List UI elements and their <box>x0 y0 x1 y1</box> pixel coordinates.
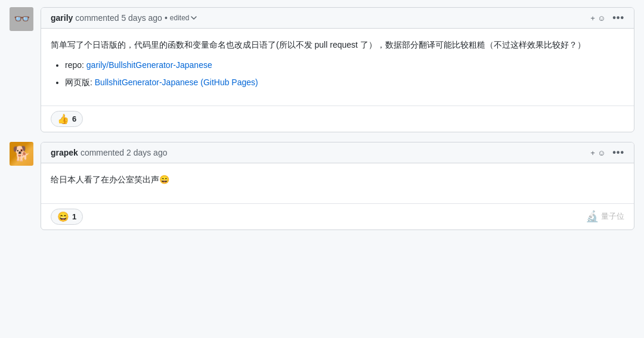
comment-header-left-1: garily commented 5 days ago • edited <box>51 13 197 23</box>
plus-label-2: + <box>590 148 595 157</box>
list-item-1-1: 网页版: BullshitGenerator-Japanese (GitHub … <box>65 76 624 89</box>
plus-label-1: + <box>590 14 595 23</box>
comment-box-2: grapek commented 2 days ago + ☺ ••• 给日本人… <box>41 142 634 230</box>
list-link-1-1[interactable]: BullshitGenerator-Japanese (GitHub Pages… <box>95 77 258 87</box>
more-options-button-2[interactable]: ••• <box>612 147 624 158</box>
chevron-down-icon-1 <box>191 15 197 21</box>
comment-header-1: garily commented 5 days ago • edited + ☺ <box>41 8 634 29</box>
add-reaction-button-2[interactable]: + ☺ <box>590 148 605 157</box>
commented-meta-2: commented 2 days ago <box>80 148 168 157</box>
comment-wrapper-1: 👓 garily commented 5 days ago • edited <box>10 7 634 132</box>
username-2: grapek <box>51 148 78 157</box>
comment-body-2: 给日本人看了在办公室笑出声😄 <box>41 163 634 203</box>
bullet-separator-1: • <box>165 13 168 23</box>
avatar-grapek: 🐕 <box>10 142 33 166</box>
comment-header-right-2: + ☺ ••• <box>590 147 624 158</box>
comment-reactions-2: 😄 1 🔬 量子位 <box>41 203 634 230</box>
reaction-icon-2: ☺ <box>597 148 605 157</box>
comment-text-2: 给日本人看了在办公室笑出声😄 <box>51 173 624 186</box>
comment-wrapper-2: 🐕 grapek commented 2 days ago + ☺ ••• 给日… <box>10 142 634 230</box>
avatar-garily: 👓 <box>10 7 33 31</box>
comment-list-1: repo: garily/BullshitGenerator-Japanese … <box>51 58 624 89</box>
edited-dropdown-1[interactable]: edited <box>170 14 197 22</box>
comment-header-right-1: + ☺ ••• <box>590 13 624 23</box>
commented-meta-1: commented 5 days ago <box>75 13 162 23</box>
watermark: 🔬 量子位 <box>586 210 624 223</box>
list-item-1-0: repo: garily/BullshitGenerator-Japanese <box>65 58 624 72</box>
list-link-1-0[interactable]: garily/BullshitGenerator-Japanese <box>86 60 212 70</box>
edited-label-1: edited <box>170 14 190 22</box>
reaction-pill-smile-2[interactable]: 😄 1 <box>51 209 83 225</box>
comment-text-1: 简单写了个日语版的，代码里的函数和变量命名也改成日语了(所以不发 pull re… <box>51 38 624 51</box>
comment-reactions-1: 👍 6 <box>41 106 634 132</box>
add-reaction-button-1[interactable]: + ☺ <box>590 14 605 23</box>
comment-box-1: garily commented 5 days ago • edited + ☺ <box>41 7 634 132</box>
reaction-emoji-smile-2: 😄 <box>57 211 69 222</box>
watermark-logo: 🔬 <box>586 210 599 223</box>
list-prefix-1-0: repo: <box>65 60 86 70</box>
avatar-emoji-grapek: 🐕 <box>13 145 30 162</box>
username-1: garily <box>51 13 73 23</box>
reaction-count-thumbsup-1: 6 <box>72 114 76 123</box>
comment-header-left-2: grapek commented 2 days ago <box>51 148 167 157</box>
list-prefix-1-1: 网页版: <box>65 77 95 87</box>
reaction-pill-thumbsup-1[interactable]: 👍 6 <box>51 111 83 127</box>
comment-body-1: 简单写了个日语版的，代码里的函数和变量命名也改成日语了(所以不发 pull re… <box>41 29 634 106</box>
comment-header-2: grapek commented 2 days ago + ☺ ••• <box>41 142 634 163</box>
more-options-button-1[interactable]: ••• <box>612 13 624 23</box>
reaction-emoji-thumbsup-1: 👍 <box>57 113 69 125</box>
avatar-emoji-garily: 👓 <box>14 11 30 27</box>
watermark-text: 量子位 <box>601 211 624 222</box>
reaction-count-smile-2: 1 <box>72 212 76 221</box>
reaction-icon-1: ☺ <box>597 14 605 23</box>
comments-container: 👓 garily commented 5 days ago • edited <box>0 0 644 338</box>
